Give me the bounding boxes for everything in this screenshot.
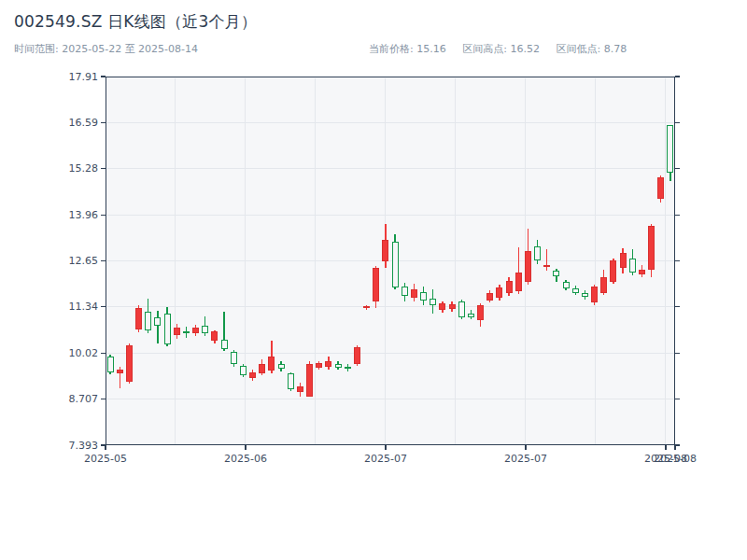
candle-up: [117, 370, 123, 374]
y-axis-tick-right: [675, 260, 680, 261]
candle-down: [240, 366, 247, 374]
x-tick-label: 2025-06: [218, 453, 274, 465]
candle-up: [620, 253, 627, 269]
candle-up: [411, 289, 417, 297]
x-axis-tick: [105, 445, 106, 450]
y-axis-tick: [101, 260, 106, 261]
y-axis-tick-right: [675, 399, 680, 399]
candle-up: [192, 328, 199, 333]
grid-line-horizontal: [107, 122, 674, 123]
grid-line-horizontal: [107, 215, 674, 216]
x-axis-tick: [525, 445, 526, 450]
y-tick-label: 13.96: [55, 209, 98, 221]
candle-down: [183, 331, 190, 333]
y-axis-tick-right: [675, 306, 680, 307]
y-axis-tick-right: [675, 76, 680, 77]
candle-down: [164, 314, 171, 344]
candle-down: [345, 367, 351, 369]
candle-down: [402, 287, 408, 296]
candle-down: [107, 357, 114, 372]
x-tick-label: 2025-08: [647, 453, 703, 465]
y-tick-label: 12.65: [55, 255, 98, 267]
candle-up: [657, 177, 664, 199]
y-tick-label: 15.28: [55, 162, 98, 175]
y-tick-label: 8.707: [55, 393, 98, 405]
x-tick-label: 2025-07: [498, 453, 554, 465]
candle-up: [610, 260, 616, 282]
grid-line-vertical: [315, 78, 316, 444]
candle-down: [553, 271, 559, 276]
candle-up: [439, 303, 445, 310]
grid-line-vertical: [245, 78, 246, 444]
candle-up: [126, 345, 133, 381]
candle-up: [449, 304, 456, 309]
candle-up: [268, 357, 275, 371]
candle-up: [306, 364, 313, 397]
candle-up: [600, 277, 607, 293]
candle-up: [174, 328, 180, 335]
candle-down: [563, 282, 570, 288]
candle-down: [335, 364, 342, 369]
candle-down: [534, 246, 541, 260]
grid-line-horizontal: [107, 399, 674, 399]
candle-up: [648, 226, 655, 270]
grid-line-vertical: [455, 78, 456, 444]
candle-up: [506, 281, 513, 294]
y-axis-tick: [101, 76, 106, 77]
candle-up: [591, 287, 598, 302]
y-axis-tick: [101, 399, 106, 399]
y-axis-tick-right: [675, 215, 680, 216]
candle-down: [145, 312, 151, 329]
y-axis-tick-right: [675, 353, 680, 354]
candle-down: [458, 301, 465, 317]
y-axis-tick-right: [675, 122, 680, 123]
candle-down: [202, 326, 208, 333]
candle-up: [543, 265, 550, 267]
candle-up: [373, 268, 379, 301]
candle-down: [420, 292, 427, 301]
y-axis-tick: [101, 306, 106, 307]
candle-down: [221, 340, 228, 349]
candle-down: [468, 314, 474, 318]
grid-line-vertical: [175, 78, 176, 444]
candle-up: [515, 273, 522, 291]
candle-down: [278, 364, 285, 369]
candle-down: [629, 259, 636, 273]
y-tick-label: 16.59: [55, 117, 98, 129]
grid-line-horizontal: [107, 260, 674, 261]
y-tick-label: 11.34: [55, 301, 98, 313]
candle-up: [639, 270, 645, 274]
candle-up: [496, 287, 502, 298]
x-tick-label: 2025-05: [78, 453, 134, 465]
candle-up: [259, 364, 265, 373]
candle-down: [392, 242, 399, 288]
candle-down: [231, 352, 237, 364]
y-axis-tick-right: [675, 444, 680, 445]
grid-line-horizontal: [107, 306, 674, 307]
candle-up: [525, 251, 531, 282]
y-axis-tick: [101, 353, 106, 354]
candle-up: [477, 305, 484, 321]
candle-down: [572, 288, 579, 293]
candle-down: [154, 317, 161, 326]
candle-up: [211, 331, 218, 341]
candle-up: [363, 306, 370, 308]
x-tick-label: 2025-07: [358, 453, 414, 465]
y-axis-tick: [101, 168, 106, 169]
candle-up: [325, 361, 331, 367]
candle-up: [249, 372, 256, 378]
candle-up: [297, 386, 303, 391]
grid-line-horizontal: [107, 353, 674, 354]
grid-line-vertical: [595, 78, 596, 444]
grid-line-vertical: [665, 78, 666, 444]
candle-down: [288, 373, 294, 389]
y-tick-label: 7.393: [55, 440, 98, 452]
grid-line-horizontal: [107, 168, 674, 169]
candle-up: [354, 347, 360, 363]
y-axis-tick-right: [675, 168, 680, 169]
y-tick-label: 17.91: [55, 71, 98, 83]
candle-wick: [546, 249, 547, 271]
x-axis-tick: [665, 445, 666, 450]
candle-down: [667, 125, 673, 173]
x-axis-tick: [245, 445, 246, 450]
